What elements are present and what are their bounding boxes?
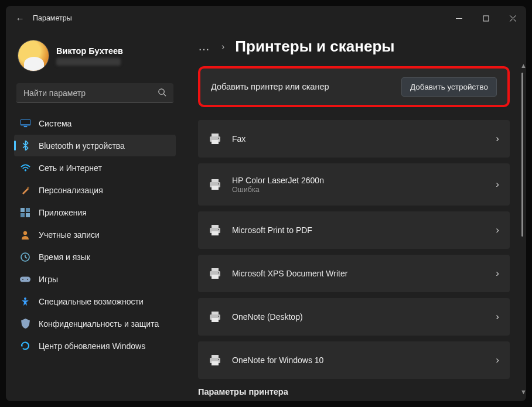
sidebar-item-label: Bluetooth и устройства bbox=[39, 141, 125, 151]
sidebar-item-0[interactable]: Система bbox=[14, 112, 176, 134]
chevron-right-icon: › bbox=[496, 224, 499, 236]
sidebar-item-3[interactable]: Персонализация bbox=[14, 179, 176, 201]
sidebar-item-label: Конфиденциальность и защита bbox=[39, 319, 159, 329]
sidebar-item-4[interactable]: Приложения bbox=[14, 201, 176, 223]
sidebar-item-7[interactable]: Игры bbox=[14, 268, 176, 290]
sidebar-item-label: Система bbox=[39, 119, 71, 128]
svg-rect-28 bbox=[212, 179, 219, 182]
svg-marker-23 bbox=[21, 346, 23, 347]
printer-item[interactable]: Fax› bbox=[198, 120, 510, 158]
printer-name: OneNote for Windows 10 bbox=[232, 355, 323, 365]
svg-rect-11 bbox=[21, 208, 25, 212]
svg-rect-46 bbox=[212, 361, 219, 365]
sidebar-item-6[interactable]: Время и язык bbox=[14, 246, 176, 268]
printer-name: Microsoft XPS Document Writer bbox=[232, 269, 347, 278]
search-icon bbox=[158, 88, 166, 98]
chevron-right-icon: › bbox=[496, 133, 499, 145]
printer-icon bbox=[209, 225, 221, 235]
svg-rect-44 bbox=[212, 355, 219, 358]
profile-block[interactable]: Виктор Бухтеев bbox=[14, 36, 176, 80]
breadcrumb-more-icon[interactable]: … bbox=[198, 40, 211, 53]
search-box[interactable] bbox=[16, 83, 173, 103]
chevron-right-icon: › bbox=[496, 354, 499, 366]
svg-point-47 bbox=[218, 359, 219, 360]
profile-email bbox=[56, 58, 121, 66]
minimize-button[interactable] bbox=[445, 6, 472, 30]
printer-name: Microsoft Print to PDF bbox=[232, 225, 312, 235]
maximize-button[interactable] bbox=[472, 6, 499, 30]
titlebar: ← Параметры bbox=[6, 6, 526, 30]
settings-window: ← Параметры Виктор Бухтеев bbox=[6, 6, 526, 401]
person-icon bbox=[20, 230, 30, 240]
printer-item[interactable]: Microsoft XPS Document Writer› bbox=[198, 255, 510, 292]
scroll-down-icon[interactable]: ▼ bbox=[520, 388, 526, 395]
svg-line-5 bbox=[163, 94, 166, 96]
printer-name: Fax bbox=[232, 134, 245, 143]
svg-rect-14 bbox=[26, 213, 30, 217]
search-input[interactable] bbox=[23, 88, 158, 98]
svg-rect-30 bbox=[212, 186, 219, 190]
printer-item[interactable]: Microsoft Print to PDF› bbox=[198, 211, 510, 249]
svg-point-22 bbox=[24, 297, 26, 300]
chevron-right-icon: › bbox=[496, 179, 499, 190]
printer-icon bbox=[209, 312, 221, 322]
printer-item[interactable]: OneNote for Windows 10› bbox=[198, 341, 510, 379]
svg-point-15 bbox=[23, 231, 27, 234]
page-title: Принтеры и сканеры bbox=[235, 37, 394, 56]
sidebar-item-label: Время и язык bbox=[39, 252, 90, 262]
scrollbar[interactable]: ▲ ▼ bbox=[521, 61, 525, 396]
svg-point-31 bbox=[218, 183, 219, 184]
svg-point-9 bbox=[24, 169, 26, 171]
sidebar-item-9[interactable]: Конфиденциальность и защита bbox=[14, 313, 176, 334]
sidebar-item-label: Сеть и Интернет bbox=[39, 163, 102, 173]
svg-rect-12 bbox=[26, 208, 30, 212]
sidebar-item-label: Приложения bbox=[39, 208, 87, 217]
svg-rect-36 bbox=[212, 268, 219, 271]
wifi-icon bbox=[20, 163, 30, 173]
svg-rect-42 bbox=[212, 318, 219, 322]
sidebar-item-5[interactable]: Учетные записи bbox=[14, 224, 176, 245]
printer-icon bbox=[209, 179, 221, 190]
scrollbar-thumb[interactable] bbox=[521, 73, 523, 237]
sidebar-item-10[interactable]: Центр обновления Windows bbox=[14, 335, 176, 357]
add-printer-label: Добавить принтер или сканер bbox=[211, 82, 329, 91]
gamepad-icon bbox=[20, 274, 30, 285]
add-device-button[interactable]: Добавить устройство bbox=[401, 77, 497, 97]
monitor-icon bbox=[20, 118, 30, 129]
sidebar-item-1[interactable]: Bluetooth и устройства bbox=[14, 135, 176, 156]
svg-point-20 bbox=[22, 279, 23, 280]
sidebar-item-8[interactable]: Специальные возможности bbox=[14, 290, 176, 312]
svg-rect-7 bbox=[21, 120, 29, 125]
svg-rect-13 bbox=[21, 213, 25, 217]
window-title: Параметры bbox=[33, 14, 72, 22]
sidebar-item-label: Персонализация bbox=[39, 186, 103, 195]
svg-point-21 bbox=[27, 279, 28, 280]
accessibility-icon bbox=[20, 296, 30, 307]
chevron-right-icon: › bbox=[496, 311, 499, 323]
printer-icon bbox=[209, 134, 221, 144]
printer-item[interactable]: OneNote (Desktop)› bbox=[198, 298, 510, 336]
svg-rect-24 bbox=[212, 134, 219, 136]
window-controls bbox=[445, 6, 526, 30]
printer-icon bbox=[209, 268, 221, 279]
svg-point-27 bbox=[218, 138, 219, 139]
sidebar-item-label: Игры bbox=[39, 275, 58, 284]
content-area: … › Принтеры и сканеры Добавить принтер … bbox=[182, 30, 526, 401]
printer-name: HP Color LaserJet 2600n bbox=[232, 176, 324, 185]
svg-rect-32 bbox=[212, 225, 219, 228]
printer-name: OneNote (Desktop) bbox=[232, 312, 303, 322]
svg-rect-8 bbox=[23, 126, 27, 127]
svg-point-35 bbox=[218, 229, 219, 230]
apps-icon bbox=[20, 207, 30, 218]
chevron-right-icon: › bbox=[221, 42, 224, 52]
sidebar: Виктор Бухтеев СистемаBluetooth и устрой… bbox=[6, 30, 182, 401]
scroll-up-icon[interactable]: ▲ bbox=[520, 62, 526, 69]
back-button[interactable]: ← bbox=[11, 13, 29, 23]
sidebar-item-label: Специальные возможности bbox=[39, 297, 144, 306]
svg-point-43 bbox=[218, 316, 219, 317]
printer-status: Ошибка bbox=[232, 186, 324, 194]
sidebar-item-2[interactable]: Сеть и Интернет bbox=[14, 157, 176, 179]
close-button[interactable] bbox=[499, 6, 526, 30]
printer-item[interactable]: HP Color LaserJet 2600nОшибка› bbox=[198, 163, 510, 206]
svg-rect-38 bbox=[212, 275, 219, 279]
